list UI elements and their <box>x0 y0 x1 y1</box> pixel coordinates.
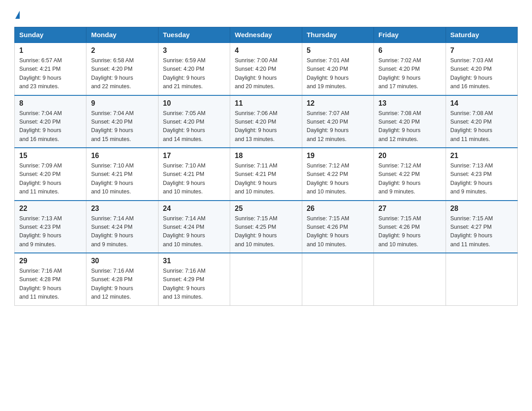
day-cell: 6 Sunrise: 7:02 AM Sunset: 4:20 PM Dayli… <box>374 43 446 95</box>
day-cell: 7 Sunrise: 7:03 AM Sunset: 4:20 PM Dayli… <box>446 43 517 95</box>
day-number: 17 <box>163 152 225 160</box>
day-number: 14 <box>450 99 513 107</box>
day-cell: 14 Sunrise: 7:08 AM Sunset: 4:20 PM Dayl… <box>446 95 517 148</box>
day-info: Sunrise: 7:15 AM Sunset: 4:27 PM Dayligh… <box>450 215 493 248</box>
day-of-week-header: Thursday <box>302 27 373 43</box>
day-number: 28 <box>450 205 513 213</box>
day-info: Sunrise: 7:15 AM Sunset: 4:26 PM Dayligh… <box>378 215 421 248</box>
day-number: 10 <box>163 99 225 107</box>
day-cell: 27 Sunrise: 7:15 AM Sunset: 4:26 PM Dayl… <box>374 201 446 253</box>
day-number: 31 <box>163 257 225 265</box>
day-cell: 23 Sunrise: 7:14 AM Sunset: 4:24 PM Dayl… <box>86 201 158 253</box>
day-number: 30 <box>91 257 153 265</box>
day-number: 25 <box>235 205 297 213</box>
day-cell: 4 Sunrise: 7:00 AM Sunset: 4:20 PM Dayli… <box>230 43 302 95</box>
day-info: Sunrise: 7:10 AM Sunset: 4:21 PM Dayligh… <box>91 163 133 195</box>
day-of-week-header: Monday <box>86 27 158 43</box>
day-info: Sunrise: 7:08 AM Sunset: 4:20 PM Dayligh… <box>450 110 493 142</box>
calendar-week-row: 15 Sunrise: 7:09 AM Sunset: 4:20 PM Dayl… <box>15 148 518 201</box>
calendar-header: SundayMondayTuesdayWednesdayThursdayFrid… <box>15 27 518 43</box>
day-cell: 9 Sunrise: 7:04 AM Sunset: 4:20 PM Dayli… <box>86 95 158 148</box>
day-cell: 28 Sunrise: 7:15 AM Sunset: 4:27 PM Dayl… <box>446 201 517 253</box>
day-cell: 11 Sunrise: 7:06 AM Sunset: 4:20 PM Dayl… <box>230 95 302 148</box>
day-info: Sunrise: 7:15 AM Sunset: 4:25 PM Dayligh… <box>235 215 277 248</box>
day-cell: 24 Sunrise: 7:14 AM Sunset: 4:24 PM Dayl… <box>158 201 230 253</box>
day-info: Sunrise: 7:16 AM Sunset: 4:28 PM Dayligh… <box>91 268 133 300</box>
day-cell: 8 Sunrise: 7:04 AM Sunset: 4:20 PM Dayli… <box>15 95 86 148</box>
day-cell: 18 Sunrise: 7:11 AM Sunset: 4:21 PM Dayl… <box>230 148 302 201</box>
day-info: Sunrise: 6:57 AM Sunset: 4:21 PM Dayligh… <box>19 57 62 90</box>
calendar-week-row: 29 Sunrise: 7:16 AM Sunset: 4:28 PM Dayl… <box>15 253 518 305</box>
day-number: 7 <box>450 47 513 55</box>
day-info: Sunrise: 7:11 AM Sunset: 4:21 PM Dayligh… <box>235 163 277 195</box>
day-number: 18 <box>235 152 297 160</box>
day-info: Sunrise: 7:13 AM Sunset: 4:23 PM Dayligh… <box>450 163 493 195</box>
day-number: 13 <box>378 99 441 107</box>
day-number: 24 <box>163 205 225 213</box>
day-of-week-header: Wednesday <box>230 27 302 43</box>
empty-day-cell <box>374 253 446 305</box>
day-cell: 19 Sunrise: 7:12 AM Sunset: 4:22 PM Dayl… <box>302 148 373 201</box>
day-number: 20 <box>378 152 441 160</box>
day-of-week-header: Sunday <box>15 27 86 43</box>
day-info: Sunrise: 6:59 AM Sunset: 4:20 PM Dayligh… <box>163 57 206 90</box>
day-cell: 12 Sunrise: 7:07 AM Sunset: 4:20 PM Dayl… <box>302 95 373 148</box>
day-info: Sunrise: 7:14 AM Sunset: 4:24 PM Dayligh… <box>91 215 133 248</box>
calendar-table: SundayMondayTuesdayWednesdayThursdayFrid… <box>14 27 518 306</box>
day-number: 26 <box>307 205 369 213</box>
day-number: 8 <box>19 99 82 107</box>
day-cell: 16 Sunrise: 7:10 AM Sunset: 4:21 PM Dayl… <box>86 148 158 201</box>
day-info: Sunrise: 7:03 AM Sunset: 4:20 PM Dayligh… <box>450 57 493 90</box>
day-of-week-header: Tuesday <box>158 27 230 43</box>
day-cell: 10 Sunrise: 7:05 AM Sunset: 4:20 PM Dayl… <box>158 95 230 148</box>
day-number: 15 <box>19 152 82 160</box>
day-cell: 22 Sunrise: 7:13 AM Sunset: 4:23 PM Dayl… <box>15 201 86 253</box>
logo <box>14 11 20 19</box>
day-info: Sunrise: 7:05 AM Sunset: 4:20 PM Dayligh… <box>163 110 206 142</box>
day-cell: 29 Sunrise: 7:16 AM Sunset: 4:28 PM Dayl… <box>15 253 86 305</box>
day-number: 22 <box>19 205 82 213</box>
day-cell: 25 Sunrise: 7:15 AM Sunset: 4:25 PM Dayl… <box>230 201 302 253</box>
day-info: Sunrise: 7:13 AM Sunset: 4:23 PM Dayligh… <box>19 215 62 248</box>
day-info: Sunrise: 7:12 AM Sunset: 4:22 PM Dayligh… <box>307 163 349 195</box>
day-info: Sunrise: 6:58 AM Sunset: 4:20 PM Dayligh… <box>91 57 133 90</box>
day-of-week-header: Friday <box>374 27 446 43</box>
day-number: 23 <box>91 205 153 213</box>
day-info: Sunrise: 7:04 AM Sunset: 4:20 PM Dayligh… <box>91 110 133 142</box>
day-info: Sunrise: 7:16 AM Sunset: 4:28 PM Dayligh… <box>19 268 62 300</box>
day-info: Sunrise: 7:01 AM Sunset: 4:20 PM Dayligh… <box>307 57 349 90</box>
day-info: Sunrise: 7:06 AM Sunset: 4:20 PM Dayligh… <box>235 110 277 142</box>
day-info: Sunrise: 7:04 AM Sunset: 4:20 PM Dayligh… <box>19 110 62 142</box>
day-info: Sunrise: 7:02 AM Sunset: 4:20 PM Dayligh… <box>378 57 421 90</box>
calendar-week-row: 22 Sunrise: 7:13 AM Sunset: 4:23 PM Dayl… <box>15 201 518 253</box>
day-info: Sunrise: 7:00 AM Sunset: 4:20 PM Dayligh… <box>235 57 277 90</box>
day-info: Sunrise: 7:16 AM Sunset: 4:29 PM Dayligh… <box>163 268 206 300</box>
calendar-week-row: 8 Sunrise: 7:04 AM Sunset: 4:20 PM Dayli… <box>15 95 518 148</box>
day-info: Sunrise: 7:14 AM Sunset: 4:24 PM Dayligh… <box>163 215 206 248</box>
day-number: 27 <box>378 205 441 213</box>
day-info: Sunrise: 7:08 AM Sunset: 4:20 PM Dayligh… <box>378 110 421 142</box>
day-cell: 20 Sunrise: 7:12 AM Sunset: 4:22 PM Dayl… <box>374 148 446 201</box>
empty-day-cell <box>446 253 517 305</box>
day-number: 19 <box>307 152 369 160</box>
day-cell: 17 Sunrise: 7:10 AM Sunset: 4:21 PM Dayl… <box>158 148 230 201</box>
day-cell: 5 Sunrise: 7:01 AM Sunset: 4:20 PM Dayli… <box>302 43 373 95</box>
day-of-week-header: Saturday <box>446 27 517 43</box>
day-cell: 1 Sunrise: 6:57 AM Sunset: 4:21 PM Dayli… <box>15 43 86 95</box>
day-cell: 30 Sunrise: 7:16 AM Sunset: 4:28 PM Dayl… <box>86 253 158 305</box>
calendar-week-row: 1 Sunrise: 6:57 AM Sunset: 4:21 PM Dayli… <box>15 43 518 95</box>
day-info: Sunrise: 7:09 AM Sunset: 4:20 PM Dayligh… <box>19 163 62 195</box>
day-number: 5 <box>307 47 369 55</box>
empty-day-cell <box>230 253 302 305</box>
page-header <box>14 11 518 19</box>
day-number: 21 <box>450 152 513 160</box>
day-cell: 31 Sunrise: 7:16 AM Sunset: 4:29 PM Dayl… <box>158 253 230 305</box>
empty-day-cell <box>302 253 373 305</box>
day-info: Sunrise: 7:07 AM Sunset: 4:20 PM Dayligh… <box>307 110 349 142</box>
day-info: Sunrise: 7:12 AM Sunset: 4:22 PM Dayligh… <box>378 163 421 195</box>
day-number: 29 <box>19 257 82 265</box>
day-number: 9 <box>91 99 153 107</box>
day-cell: 21 Sunrise: 7:13 AM Sunset: 4:23 PM Dayl… <box>446 148 517 201</box>
day-cell: 13 Sunrise: 7:08 AM Sunset: 4:20 PM Dayl… <box>374 95 446 148</box>
day-number: 3 <box>163 47 225 55</box>
